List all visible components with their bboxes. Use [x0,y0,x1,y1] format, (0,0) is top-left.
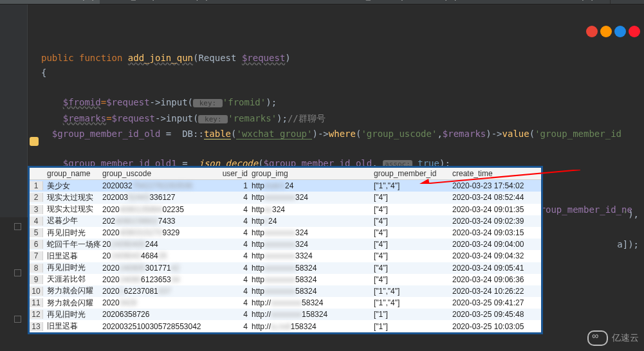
table-row[interactable]: 6蛇回千年一场疼20240904002444httpxxxxxxxx324["4… [30,239,541,250]
watermark-logo: 亿速云 [587,330,639,346]
cell-group-name: 旧里迟暮 [43,251,102,262]
cell-create-time: 2020-03-24 08:52:44 [448,193,536,202]
fold-icon[interactable] [14,269,21,276]
cell-group-name: 天涯若比邻 [43,274,102,285]
cell-user-id: 4 [217,287,252,296]
cell-group-img: http://xxxxxxxx58324 [252,298,374,307]
cell-create-time: 2020-03-24 09:04:00 [448,240,536,249]
table-row[interactable]: 7旧里迟暮2024090434684264httpxxxxxxxx3324["4… [30,250,541,262]
cell-group-uscode: 202040903152709329 [102,228,217,237]
col-header[interactable]: user_id [217,169,252,178]
table-row[interactable]: 3现实太过现实20204090135894022354httpxc324["4"… [30,204,541,215]
cell-group-member-id: ["4"] [374,193,448,202]
cell-user-id: 4 [217,205,252,214]
cell-group-member-id: ["4"] [374,264,448,273]
row-index: 10 [30,287,43,296]
fold-icon[interactable] [14,223,21,230]
cell-group-name: 美少女 [43,181,102,192]
cell-group-member-id: ["4"] [374,240,448,249]
cell-group-member-id: ["1"] [374,310,448,319]
cloud-icon [587,330,608,346]
cell-user-id: 4 [217,275,252,284]
cell-group-img: httpxxxxxxxx324 [252,193,374,202]
editor-tab[interactable]: WxchatfriendController.php× [457,0,611,4]
table-row[interactable]: 11努力就会闪耀202034284http://xxxxxxxx58324["1… [30,297,541,309]
intention-bulb-icon[interactable] [30,137,39,146]
cell-group-img: httpxxxxxxxx324 [252,228,374,237]
col-header[interactable]: group_img [252,169,374,178]
row-index: 6 [30,240,43,249]
row-index: 4 [30,217,43,226]
table-row[interactable]: 4迟暮少年202409023960274334httpx24["4"]2020-… [30,215,541,227]
row-index: 7 [30,251,43,260]
row-index: 12 [30,310,43,319]
table-row[interactable]: 10努力就会闪耀20201622370813374httpxxxxxxxx583… [30,285,541,297]
cell-group-uscode: 2024090400244 [102,240,217,249]
cell-group-name: 再见旧时光 [43,309,102,320]
cell-user-id: 4 [217,298,252,307]
row-index: 9 [30,275,43,284]
cell-create-time: 2020-03-25 09:41:27 [448,298,536,307]
row-index: 2 [30,193,43,202]
table-row[interactable]: 9天涯若比邻2020240906123653344httpxxxxxxxx583… [30,274,541,285]
col-header[interactable]: group_member_id [374,169,448,178]
tab-label: ...Controller.php [17,0,97,1]
row-index: 3 [30,205,43,214]
table-row[interactable]: 13旧里迟暮202003251003057285530424http://iu.… [30,320,541,332]
cell-user-id: 4 [217,228,252,237]
cell-group-img: httpx24 [252,217,374,226]
cell-create-time: 2020-03-23 17:54:02 [448,181,536,190]
code-fragment: '), [623,209,639,219]
tab-label: WxchatfriendController.php [475,0,596,1]
cell-group-name: 再见旧时光 [43,228,102,239]
table-row[interactable]: 8再见旧时光2020240905301771424httpxxxxxxxx583… [30,262,541,274]
cell-group-img: httpxxxxxxxx58324 [252,264,374,273]
fold-icon[interactable] [14,316,21,323]
cell-group-member-id: ["1","4"] [374,287,448,296]
cell-group-img: httpxxxxxxxx324 [252,240,374,249]
cell-user-id: 4 [217,193,252,202]
cell-group-uscode: 20203428 [102,298,217,307]
cell-group-name: 再见旧时光 [43,262,102,273]
cell-group-name: 努力就会闪耀 [43,298,102,309]
table-row[interactable]: 5再见旧时光2020409031527093294httpxxxxxxxx324… [30,227,541,239]
row-index: 8 [30,264,43,273]
cell-group-uscode: 2020409013589402235 [102,205,217,214]
cell-group-member-id: ["4"] [374,228,448,237]
row-index: 1 [30,181,43,190]
cell-group-uscode: 20240902396027433 [102,217,217,226]
row-index: 13 [30,322,43,331]
cell-group-img: httpxc324 [252,205,374,214]
table-row[interactable]: 12再见旧时光202063587264http://xxxxxxxx158324… [30,309,541,320]
cell-group-img: httpclub/124 [252,181,374,190]
cell-create-time: 2020-03-25 10:03:05 [448,322,536,331]
cell-create-time: 2020-03-24 09:01:35 [448,205,536,214]
cell-group-member-id: ["4"] [374,275,448,284]
row-index: 11 [30,298,43,307]
table-row[interactable]: 2现实太过现实202003524433361274httpxxxxxxxx324… [30,192,541,203]
cell-group-img: http://xxxxxxxx158324 [252,310,374,319]
cell-group-name: 迟暮少年 [43,215,102,226]
cell-group-name: 努力就会闪耀 [43,285,102,296]
editor-tab[interactable]: ...Controller.php [0,0,104,4]
editor-tab[interactable]: add_newqun.blade.php× [100,0,225,4]
cell-group-name: 旧里迟暮 [43,321,102,332]
tab-label: add_createqun.blade.php [352,0,459,1]
table-row[interactable]: 1美少女2020032754227622635361httpclub/124["… [30,180,541,192]
cell-group-img: httpxxxxxxxx58324 [252,287,374,296]
cell-create-time: 2020-03-24 09:06:36 [448,275,536,284]
col-header[interactable]: group_uscode [102,169,217,178]
cell-group-uscode: 20200352443336127 [102,193,217,202]
cell-user-id: 4 [217,217,252,226]
cell-group-uscode: 202024090612365334 [102,275,217,284]
cell-group-uscode: 20200325100305728553042 [102,322,217,331]
database-result-panel: group_name group_uscode user_id group_im… [28,166,543,334]
editor-tab[interactable]: add_createqun.blade.php× [335,0,474,4]
cell-user-id: 4 [217,310,252,319]
cell-group-img: http://iu.nvli158324 [252,322,374,331]
cell-group-name: 蛇回千年一场疼 [43,239,102,250]
cell-group-member-id: ["1","4"] [374,298,448,307]
col-header[interactable]: create_time [448,169,536,178]
cell-group-uscode: 202024090530177142 [102,264,217,273]
col-header[interactable]: group_name [43,169,102,178]
